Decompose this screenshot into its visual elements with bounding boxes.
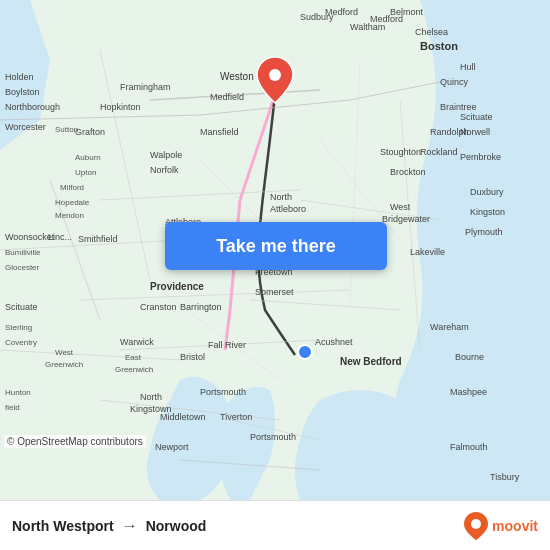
svg-text:Framingham: Framingham (120, 82, 171, 92)
svg-text:Scituate: Scituate (460, 112, 493, 122)
svg-text:Smithfield: Smithfield (78, 234, 118, 244)
svg-text:Plymouth: Plymouth (465, 227, 503, 237)
svg-point-108 (471, 519, 481, 529)
svg-point-107 (298, 345, 312, 359)
origin-label: North Westport (12, 518, 114, 534)
moovit-pin-icon (464, 512, 488, 540)
svg-text:Cranston: Cranston (140, 302, 177, 312)
svg-text:Mendon: Mendon (55, 211, 84, 220)
take-me-there-button[interactable]: Take me there (165, 222, 387, 270)
svg-text:Boston: Boston (420, 40, 458, 52)
svg-text:Weston: Weston (220, 71, 254, 82)
svg-text:Hunton: Hunton (5, 388, 31, 397)
svg-text:Hopkinton: Hopkinton (100, 102, 141, 112)
svg-text:Scituate: Scituate (5, 302, 38, 312)
svg-text:Providence: Providence (150, 281, 204, 292)
svg-text:Bridgewater: Bridgewater (382, 214, 430, 224)
svg-text:Tiverton: Tiverton (220, 412, 252, 422)
svg-text:Northborough: Northborough (5, 102, 60, 112)
svg-text:Quincy: Quincy (440, 77, 469, 87)
svg-text:Sudbury: Sudbury (300, 12, 334, 22)
svg-text:Wareham: Wareham (430, 322, 469, 332)
svg-text:West: West (390, 202, 411, 212)
svg-text:West: West (55, 348, 74, 357)
svg-text:Bumillville: Bumillville (5, 248, 41, 257)
svg-text:Chelsea: Chelsea (415, 27, 448, 37)
svg-text:Kingston: Kingston (470, 207, 505, 217)
svg-text:Portsmouth: Portsmouth (200, 387, 246, 397)
svg-text:North: North (140, 392, 162, 402)
svg-text:Hull: Hull (460, 62, 476, 72)
arrow-right-icon: → (122, 517, 138, 535)
svg-text:Pembroke: Pembroke (460, 152, 501, 162)
svg-text:East: East (125, 353, 142, 362)
svg-text:Boylston: Boylston (5, 87, 40, 97)
svg-text:Bristol: Bristol (180, 352, 205, 362)
svg-text:Lakeville: Lakeville (410, 247, 445, 257)
svg-text:Walpole: Walpole (150, 150, 182, 160)
svg-text:Somerset: Somerset (255, 287, 294, 297)
svg-point-106 (269, 69, 281, 81)
svg-text:Norfolk: Norfolk (150, 165, 179, 175)
svg-text:New Bedford: New Bedford (340, 356, 402, 367)
moovit-text: moovit (492, 518, 538, 534)
svg-text:Braintree: Braintree (440, 102, 477, 112)
svg-text:Rockland: Rockland (420, 147, 458, 157)
svg-text:Falmouth: Falmouth (450, 442, 488, 452)
map-attribution: © OpenStreetMap contributors (4, 435, 146, 448)
svg-text:Auburn: Auburn (75, 153, 101, 162)
svg-text:Sutton: Sutton (55, 125, 78, 134)
svg-text:field: field (5, 403, 20, 412)
svg-text:Warwick: Warwick (120, 337, 154, 347)
svg-text:Middletown: Middletown (160, 412, 206, 422)
svg-text:Acushnet: Acushnet (315, 337, 353, 347)
svg-text:Fall River: Fall River (208, 340, 246, 350)
svg-text:Upton: Upton (75, 168, 96, 177)
svg-text:Worcester: Worcester (5, 122, 46, 132)
svg-text:Sterling: Sterling (5, 323, 32, 332)
svg-text:Coventry: Coventry (5, 338, 37, 347)
svg-text:Attleboro: Attleboro (270, 204, 306, 214)
svg-text:Newport: Newport (155, 442, 189, 452)
svg-text:Hopedale: Hopedale (55, 198, 90, 207)
bottom-bar: North Westport → Norwood moovit (0, 500, 550, 550)
map: Medford Chelsea Boston Belmont Medford W… (0, 0, 550, 500)
svg-text:Barrington: Barrington (180, 302, 222, 312)
svg-text:Belmont: Belmont (390, 7, 424, 17)
svg-text:Medfield: Medfield (210, 92, 244, 102)
svg-text:Greenwich: Greenwich (45, 360, 83, 369)
svg-text:Mashpee: Mashpee (450, 387, 487, 397)
svg-text:Grafton: Grafton (75, 127, 105, 137)
destination-label: Norwood (146, 518, 207, 534)
svg-text:Brockton: Brockton (390, 167, 426, 177)
svg-text:Holden: Holden (5, 72, 34, 82)
route-info: North Westport → Norwood (12, 517, 464, 535)
svg-text:Duxbury: Duxbury (470, 187, 504, 197)
svg-text:Stoughton: Stoughton (380, 147, 421, 157)
svg-text:Greenwich: Greenwich (115, 365, 153, 374)
svg-text:Waltham: Waltham (350, 22, 385, 32)
svg-text:North: North (270, 192, 292, 202)
svg-text:Mansfield: Mansfield (200, 127, 239, 137)
svg-text:Tisbury: Tisbury (490, 472, 520, 482)
svg-text:Linc...: Linc... (48, 232, 72, 242)
svg-text:Glocester: Glocester (5, 263, 40, 272)
svg-text:Portsmouth: Portsmouth (250, 432, 296, 442)
svg-text:Bourne: Bourne (455, 352, 484, 362)
svg-text:Norwell: Norwell (460, 127, 490, 137)
svg-text:Milford: Milford (60, 183, 84, 192)
moovit-logo: moovit (464, 512, 538, 540)
